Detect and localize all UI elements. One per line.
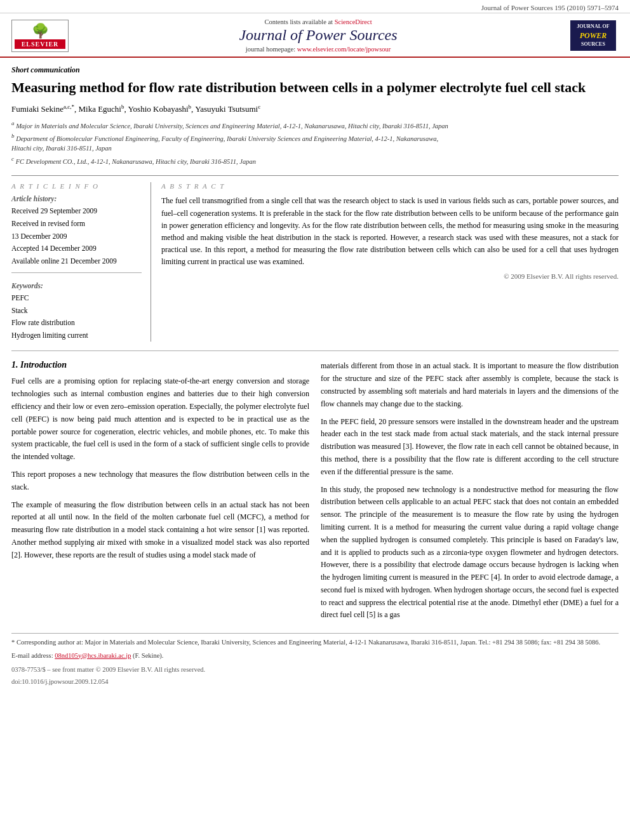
article-info-abstract: A R T I C L E I N F O Article history: R… [11,175,619,342]
available-date: Available online 21 December 2009 [11,255,142,268]
keyword-flow: Flow rate distribution [11,317,142,330]
journal-ref-text: Journal of Power Sources 195 (2010) 5971… [481,4,619,11]
section-divider [11,350,619,351]
body-left-col: 1. Introduction Fuel cells are a promisi… [11,360,309,627]
journal-reference: Journal of Power Sources 195 (2010) 5971… [0,0,630,13]
contents-label: Contents lists available at [264,18,333,25]
keyword-stack: Stack [11,305,142,317]
doi-line: doi:10.1016/j.jpowsour.2009.12.054 [11,678,619,685]
intro-para2: This report proposes a new technology th… [11,469,309,494]
abstract-col: A B S T R A C T The fuel cell transmogri… [161,182,619,342]
received-revised-label: Received in revised form [11,218,142,230]
main-content: Short communication Measuring method for… [0,65,630,627]
accepted-date: Accepted 14 December 2009 [11,243,142,255]
right-para1: materials different from those in an act… [321,360,619,410]
issn-line: 0378-7753/$ – see front matter © 2009 El… [11,666,619,673]
journal-homepage: journal homepage: www.elsevier.com/locat… [69,46,568,53]
affiliations: a Major in Materials and Molecular Scien… [11,119,619,167]
article-type: Short communication [11,65,619,75]
body-right-col: materials different from those in an act… [321,360,619,627]
journal-header: 🌳 ELSEVIER Contents lists available at S… [0,13,630,58]
intro-title: 1. Introduction [11,360,309,370]
logo-line2: POWER [572,30,614,41]
keywords-section: Keywords: PEFC Stack Flow rate distribut… [11,282,142,342]
elsevier-logo: 🌳 ELSEVIER [11,20,69,52]
journal-title: Journal of Power Sources [69,27,568,44]
keywords-list: PEFC Stack Flow rate distribution Hydrog… [11,292,142,342]
journal-logo: JOURNAL OF POWER SOURCES [568,20,619,50]
footnote-star: * Corresponding author at: Major in Mate… [11,637,619,648]
article-dates: Received 29 September 2009 Received in r… [11,205,142,267]
right-para2: In the PEFC field, 20 pressure sensors w… [321,416,619,479]
history-label: Article history: [11,195,142,203]
keyword-pefc: PEFC [11,292,142,305]
abstract-text: The fuel cell transmogrified from a sing… [161,195,619,268]
abstract-heading: A B S T R A C T [161,182,619,190]
homepage-label: journal homepage: [246,46,295,53]
logo-line1: JOURNAL OF [572,23,614,30]
header-center: Contents lists available at ScienceDirec… [69,18,568,53]
received-date: Received 29 September 2009 [11,205,142,218]
intro-para1: Fuel cells are a promising option for re… [11,375,309,463]
footnote-email: E-mail address: 08nd105y@hcs.ibaraki.ac.… [11,651,619,661]
copyright-line: © 2009 Elsevier B.V. All rights reserved… [161,272,619,280]
article-title: Measuring method for flow rate distribut… [11,79,619,97]
elsevier-label: ELSEVIER [15,39,65,49]
intro-para3: The example of measuring the flow distri… [11,499,309,562]
body-content: 1. Introduction Fuel cells are a promisi… [11,360,619,627]
revised-date: 13 December 2009 [11,230,142,243]
info-divider [11,272,142,273]
homepage-url[interactable]: www.elsevier.com/locate/jpowsour [297,46,391,53]
elsevier-tree-icon: 🌳 [15,23,65,39]
right-para3: In this study, the proposed new technolo… [321,484,619,622]
power-sources-logo: JOURNAL OF POWER SOURCES [570,20,616,50]
keyword-hydrogen: Hydrogen limiting current [11,330,142,342]
article-info-col: A R T I C L E I N F O Article history: R… [11,182,151,342]
authors: Fumiaki Sekinea,c,*, Mika Eguchib, Yoshi… [11,103,619,114]
affiliation-a: a Major in Materials and Molecular Scien… [11,119,619,131]
sciencedirect-link[interactable]: ScienceDirect [335,18,372,25]
logo-line3: SOURCES [572,41,614,48]
contents-line: Contents lists available at ScienceDirec… [69,18,568,25]
affiliation-c: c FC Development CO., Ltd., 4-12-1, Naka… [11,155,619,166]
article-info-heading: A R T I C L E I N F O [11,182,142,190]
affiliation-b: b Department of Biomolecular Functional … [11,132,619,154]
footer: * Corresponding author at: Major in Mate… [11,633,619,685]
keywords-label: Keywords: [11,282,142,290]
email-link[interactable]: 08nd105y@hcs.ibaraki.ac.jp [55,652,131,659]
